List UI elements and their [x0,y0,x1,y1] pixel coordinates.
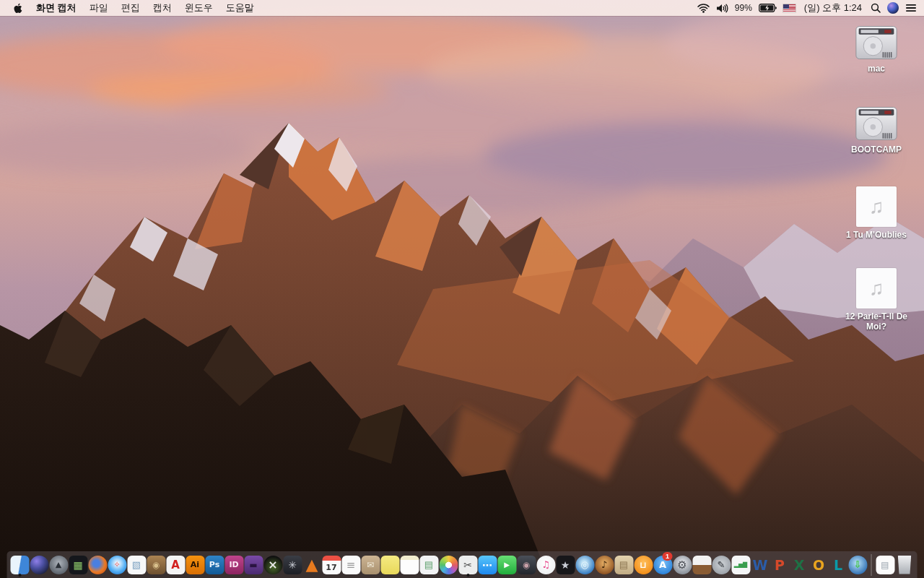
reminders-icon: ≡ [341,556,360,574]
menu-file[interactable]: 파일 [83,0,115,16]
battery-percent: 99% [735,0,752,16]
desktop-icon-audio-file-2[interactable]: ♫ 12 Parle-T-Il De Moi? [840,268,912,332]
dock-indesign[interactable]: ID [225,551,244,578]
menu-edit[interactable]: 편집 [115,0,147,16]
photo-booth-icon: ◉ [517,556,536,574]
menu-bar-clock[interactable]: (일) 오후 1:24 [802,0,864,16]
dock-trash[interactable] [895,551,915,578]
music-note-icon: ♫ [856,268,897,309]
dock-messages[interactable]: ⋯ [478,551,497,578]
dock-vlc[interactable]: ▲ [302,551,322,578]
dock-photoshop[interactable]: Ps [205,551,225,578]
dock-system-preferences[interactable]: ⚙ [673,551,692,578]
calendar-icon: 17 [322,556,341,574]
running-indicator [18,574,21,577]
desktop-icon-label: 12 Parle-T-Il De Moi? [840,311,912,332]
photos-icon [439,556,458,574]
photoshop-icon: Ps [205,556,224,574]
download-manager-icon: ⇩ [848,556,867,574]
siri-icon[interactable] [887,2,899,14]
dock-ms-powerpoint[interactable]: P [770,551,790,578]
notification-center-icon[interactable] [905,4,917,12]
desktop-icon-audio-file-1[interactable]: ♫ 1 Tu M'Oublies [840,186,912,240]
desktop-icon-drive-bootcamp[interactable]: BOOTCAMP [840,105,912,155]
pages-icon: ✎ [712,556,731,574]
dock-recent-document[interactable]: ▤ [876,551,895,578]
dock-coteditor-box[interactable]: ✉ [361,551,380,578]
volume-icon[interactable] [716,4,728,13]
dock-reminders[interactable]: ≡ [341,551,361,578]
input-source-us-flag[interactable] [783,4,796,12]
xee-icon: × [263,556,282,574]
ms-word-icon: W [751,556,770,574]
dock-imovie[interactable]: ★ [556,551,575,578]
menu-app-name[interactable]: 화면 캡처 [30,0,83,16]
dock-keynote[interactable] [692,551,712,578]
dock-toast[interactable]: ▬ [244,551,263,578]
preview-icon: ▧ [127,556,146,574]
dock-calendar[interactable]: 17 [322,551,341,578]
dock-siri[interactable] [30,551,49,578]
journal-notebook-icon: ◉ [147,556,165,574]
dock-app-store[interactable]: A1 [653,551,673,578]
dock-finder[interactable] [10,551,30,578]
dock-download-manager[interactable]: ⇩ [848,551,868,578]
dock-photo-booth[interactable]: ◉ [517,551,536,578]
dock-grab-screen-capture[interactable]: ✂ [458,551,478,578]
dock-numbers[interactable]: ▂▅▇ [731,551,751,578]
dock-dvd-player[interactable]: ◎ [575,551,595,578]
dock-ms-excel[interactable]: X [790,551,809,578]
running-indicator [466,574,469,577]
dock-garageband[interactable]: ♪ [595,551,614,578]
wifi-icon[interactable] [697,4,710,13]
hard-drive-icon [855,105,898,142]
dock-illustrator[interactable]: Ai [186,551,205,578]
dock-preview[interactable]: ▧ [127,551,147,578]
dock-acrobat[interactable]: A [166,551,186,578]
keynote-icon [692,556,711,574]
ms-lync-icon: L [829,556,847,574]
dock-ibooks[interactable]: ⊔ [634,551,653,578]
ibooks-icon: ⊔ [634,556,653,574]
imovie-icon: ★ [556,556,575,574]
dock-journal-notebook[interactable]: ◉ [147,551,166,578]
dock-mission-control[interactable]: ▦ [69,551,88,578]
menu-bar-left: 화면 캡처 파일 편집 캡처 윈도우 도움말 [7,0,261,16]
finder-icon [10,556,29,574]
hard-drive-icon [855,25,898,61]
dock-photos[interactable] [439,551,458,578]
itunes-icon: ♫ [536,556,555,574]
spotlight-search-icon[interactable] [871,3,881,13]
menu-window[interactable]: 윈도우 [178,0,219,16]
apple-menu[interactable] [7,2,30,14]
dock-ms-word[interactable]: W [751,551,770,578]
dock-stickies[interactable] [380,551,400,578]
wallpaper [0,0,924,578]
dock-xee[interactable]: × [263,551,283,578]
dock-pages[interactable]: ✎ [712,551,731,578]
apple-logo-icon [14,3,23,14]
battery-charging-icon[interactable] [759,4,777,12]
ms-excel-icon: X [790,556,808,574]
dock-itunes[interactable]: ♫ [536,551,556,578]
ms-outlook-icon: O [809,556,828,574]
dock-aperture-fan[interactable]: ✳ [283,551,302,578]
dock-ms-outlook[interactable]: O [809,551,829,578]
aperture-fan-icon: ✳ [283,556,302,574]
dock-firefox[interactable] [88,551,108,578]
dock-stacked-documents[interactable]: ▤ [614,551,634,578]
dock: ▲▦✧▧◉AAiPsID▬×✳▲17≡✉▤✂⋯▶◉♫★◎♪▤⊔A1⚙✎▂▅▇WP… [7,551,918,578]
dock-notepad[interactable] [400,551,419,578]
dock-safari[interactable]: ✧ [108,551,127,578]
dock-separator [868,551,876,578]
dock-slides-docs[interactable]: ▤ [419,551,439,578]
menu-help[interactable]: 도움말 [219,0,261,16]
menu-capture[interactable]: 캡처 [147,0,178,16]
dock-facetime[interactable]: ▶ [497,551,517,578]
desktop-icon-drive-mac[interactable]: mac [840,25,912,74]
dock-ms-lync[interactable]: L [829,551,848,578]
mission-control-icon: ▦ [69,556,87,574]
siri-icon [30,556,48,574]
grab-screen-capture-icon: ✂ [458,556,477,574]
dock-launchpad[interactable]: ▲ [49,551,69,578]
